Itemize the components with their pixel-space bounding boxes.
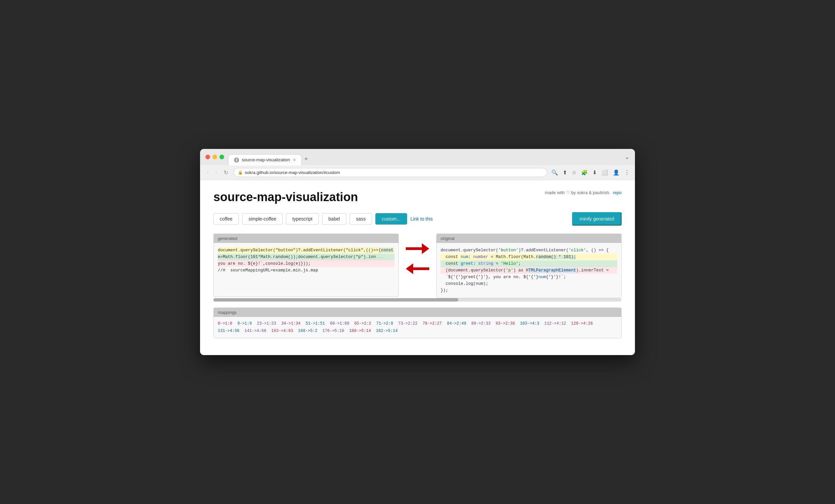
mapping-item[interactable]: 60->1:60 [330, 321, 349, 326]
page-content: source-map-visualization made with ♡ by … [200, 180, 635, 355]
generated-panel-body: document.querySelector("button")?.addEve… [214, 243, 399, 297]
mapping-item[interactable]: 34->1:34 [281, 321, 301, 326]
bookmark-icon[interactable]: ☆ [572, 169, 576, 176]
minify-button[interactable]: minify generated [572, 212, 622, 225]
gen-line-4: //# sourceMappingURL=example.min.js.map [218, 267, 394, 274]
minimize-button[interactable] [212, 155, 217, 159]
mapping-item[interactable]: 112->4:12 [544, 321, 566, 326]
close-button[interactable] [205, 155, 210, 159]
original-panel-header: original [436, 234, 621, 243]
traffic-lights [205, 155, 224, 163]
url-bar[interactable]: 🔒 sokra.github.io/source-map-visualizati… [233, 168, 547, 177]
mapping-item[interactable]: 78->2:27 [423, 321, 442, 326]
gen-line-2: e=Math.floor(101*Math.random());document… [218, 254, 394, 260]
browser-window: source-map-visualization ✕ + ⌄ ‹ › ↻ 🔒 s… [200, 149, 635, 355]
made-with-text: made with ♡ by sokra & paulirish. [545, 190, 611, 195]
orig-line-3: const greet: string = 'Hello'; [441, 260, 617, 267]
orig-line-2: const num: number = Math.floor(Math.rand… [441, 254, 617, 260]
search-icon[interactable]: 🔍 [551, 169, 558, 176]
original-panel-body: document.querySelector('button')?.addEve… [436, 243, 621, 298]
simple-coffee-button[interactable]: simple-coffee [242, 213, 283, 225]
avatar-icon[interactable]: 👤 [613, 169, 619, 176]
mapping-item[interactable]: 0->1:0 [218, 321, 232, 326]
custom-button[interactable]: custom... [375, 213, 407, 225]
gen-line-1: document.querySelector("button")?.addEve… [218, 247, 394, 254]
share-icon[interactable]: ⬆ [563, 169, 567, 176]
gen-line-3: you are no. ${e}!`,console.log(e)})); [218, 260, 394, 267]
forward-button[interactable]: › [214, 168, 218, 177]
window-dropdown[interactable]: ⌄ [625, 153, 630, 165]
mapping-item[interactable]: 93->2:38 [496, 321, 515, 326]
mapping-item[interactable]: 65->2:2 [354, 321, 371, 326]
mapping-item[interactable]: 131->4:56 [218, 329, 240, 333]
coffee-button[interactable]: coffee [213, 213, 239, 225]
mapping-item[interactable]: 23->1:23 [257, 321, 276, 326]
lock-icon: 🔒 [238, 170, 243, 175]
orig-line-4: (document.querySelector('p') as HTMLPara… [441, 267, 617, 274]
new-tab-button[interactable]: + [302, 153, 311, 165]
page-header: source-map-visualization made with ♡ by … [213, 190, 622, 204]
repo-link[interactable]: repo [613, 190, 622, 195]
mapping-item[interactable]: 51->1:51 [305, 321, 325, 326]
mapping-item[interactable]: 163->4:93 [271, 329, 293, 333]
menu-icon[interactable]: ⋮ [624, 169, 630, 176]
tab-title: source-map-visualization [242, 157, 290, 162]
mapping-item[interactable]: 103->4:3 [520, 321, 539, 326]
mapping-item[interactable]: 84->2:49 [447, 321, 466, 326]
original-panel: original document.querySelector('button'… [436, 234, 622, 298]
maximize-button[interactable] [220, 155, 224, 159]
attribution: made with ♡ by sokra & paulirish. repo [545, 190, 622, 195]
babel-button[interactable]: babel [322, 213, 346, 225]
scrollbar-area [213, 298, 622, 307]
address-bar: ‹ › ↻ 🔒 sokra.github.io/source-map-visua… [200, 165, 635, 180]
scrollbar-thumb[interactable] [213, 298, 458, 302]
preset-buttons: coffee simple-coffee typescript babel sa… [213, 212, 622, 225]
browser-toolbar: 🔍 ⬆ ☆ 🧩 ⬇ ⬜ 👤 ⋮ [551, 169, 630, 176]
mapping-item[interactable]: 71->2:8 [376, 321, 393, 326]
mapping-item[interactable]: 141->4:68 [245, 329, 266, 333]
mappings-panel-body: 0->1:0 9->1:9 23->1:23 34->1:34 51->1:51… [214, 317, 621, 338]
orig-line-1: document.querySelector('button')?.addEve… [441, 247, 617, 254]
code-panels-row: generated document.querySelector("button… [213, 234, 622, 298]
mappings-panel: mappings 0->1:0 9->1:9 23->1:23 34->1:34… [213, 307, 622, 338]
mapping-item[interactable]: 126->4:26 [571, 321, 593, 326]
download-icon[interactable]: ⬇ [592, 169, 597, 176]
active-tab[interactable]: source-map-visualization ✕ [228, 154, 302, 165]
orig-line-5: `${'{'}greet{'}'}, you are no. ${'{'}num… [441, 274, 617, 280]
mapping-item[interactable]: 182->5:14 [376, 329, 398, 333]
splitview-icon[interactable]: ⬜ [602, 169, 608, 176]
arrows-container [404, 234, 431, 274]
mappings-panel-header: mappings [214, 308, 621, 317]
generated-panel-header: generated [214, 234, 399, 243]
globe-icon [234, 157, 239, 163]
tab-close-icon[interactable]: ✕ [293, 158, 296, 162]
reload-button[interactable]: ↻ [222, 168, 229, 177]
extensions-icon[interactable]: 🧩 [581, 169, 588, 176]
mapping-item[interactable]: 9->1:9 [237, 321, 251, 326]
typescript-button[interactable]: typescript [286, 213, 319, 225]
mapping-item[interactable]: 168->5:2 [298, 329, 318, 333]
page-title: source-map-visualization [213, 190, 358, 204]
left-arrow-icon [406, 264, 429, 274]
back-button[interactable]: ‹ [205, 168, 210, 177]
scrollbar-track[interactable] [213, 298, 622, 302]
sass-button[interactable]: sass [350, 213, 372, 225]
mapping-item[interactable]: 176->5:10 [323, 329, 344, 333]
orig-line-7: }); [441, 287, 617, 294]
mapping-item[interactable]: 88->2:33 [471, 321, 491, 326]
url-text: sokra.github.io/source-map-visualization… [245, 170, 340, 175]
generated-panel: generated document.querySelector("button… [213, 234, 399, 297]
tab-bar: source-map-visualization ✕ + [228, 153, 620, 165]
title-bar: source-map-visualization ✕ + ⌄ [200, 149, 635, 165]
orig-line-6: console.log(num); [441, 280, 617, 287]
mapping-item[interactable]: 73->2:22 [398, 321, 418, 326]
link-to-this[interactable]: Link to this [410, 216, 433, 222]
mapping-item[interactable]: 180->5:14 [349, 329, 371, 333]
right-arrow-icon [406, 244, 429, 254]
